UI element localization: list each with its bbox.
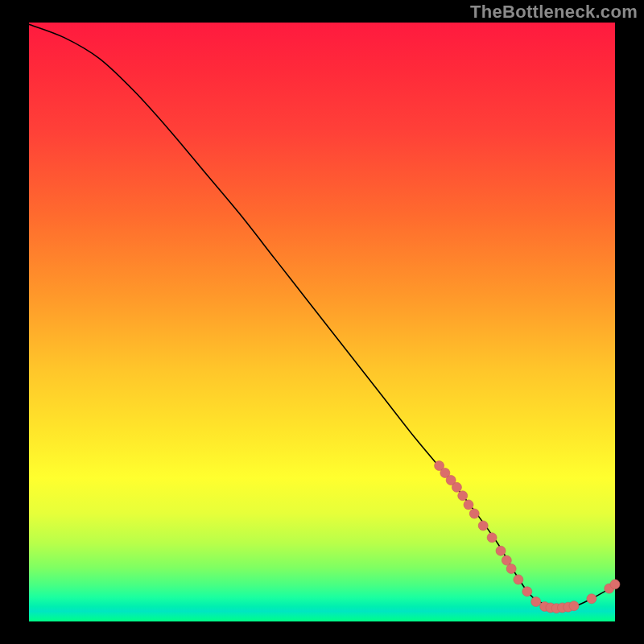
data-marker — [452, 482, 461, 492]
data-marker — [502, 555, 511, 565]
data-marker — [610, 580, 620, 589]
chart-svg — [29, 23, 615, 621]
data-marker — [587, 594, 597, 604]
data-marker — [487, 533, 497, 543]
watermark-label: TheBottleneck.com — [470, 2, 638, 23]
data-marker — [531, 597, 541, 606]
data-marker — [514, 575, 523, 584]
data-marker — [569, 601, 579, 611]
markers-group — [435, 461, 620, 613]
data-marker — [522, 587, 532, 597]
data-marker — [496, 546, 506, 555]
data-marker — [458, 491, 468, 501]
data-marker — [464, 500, 473, 510]
data-marker — [506, 564, 516, 574]
bottleneck-curve-path — [29, 24, 615, 609]
chart-frame: TheBottleneck.com — [0, 0, 644, 644]
data-marker — [478, 521, 488, 530]
data-marker — [469, 509, 479, 518]
plot-area — [29, 23, 615, 621]
